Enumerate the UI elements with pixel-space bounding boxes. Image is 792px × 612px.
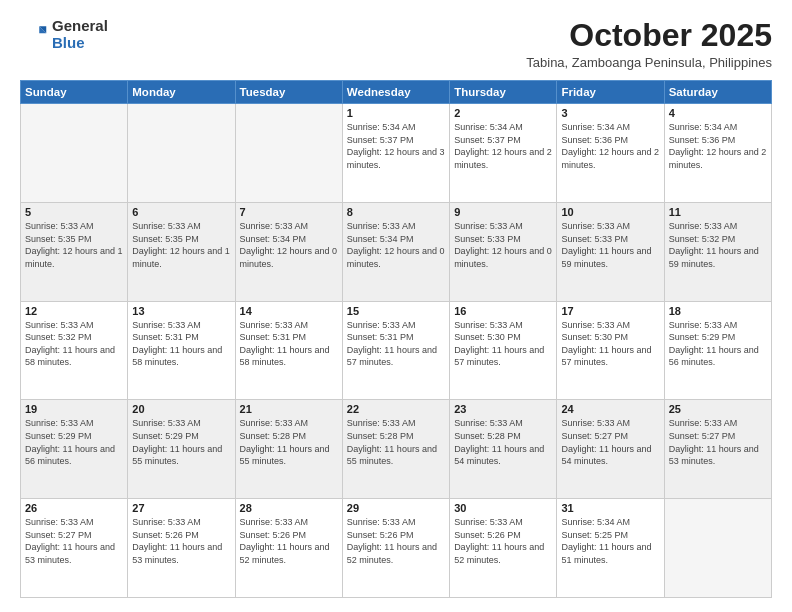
- calendar-cell: 31Sunrise: 5:34 AM Sunset: 5:25 PM Dayli…: [557, 499, 664, 598]
- day-number: 21: [240, 403, 338, 415]
- calendar-cell: 14Sunrise: 5:33 AM Sunset: 5:31 PM Dayli…: [235, 301, 342, 400]
- day-info: Sunrise: 5:33 AM Sunset: 5:29 PM Dayligh…: [669, 319, 767, 369]
- calendar-cell: 17Sunrise: 5:33 AM Sunset: 5:30 PM Dayli…: [557, 301, 664, 400]
- day-number: 20: [132, 403, 230, 415]
- day-number: 8: [347, 206, 445, 218]
- calendar-cell: 26Sunrise: 5:33 AM Sunset: 5:27 PM Dayli…: [21, 499, 128, 598]
- day-info: Sunrise: 5:33 AM Sunset: 5:26 PM Dayligh…: [454, 516, 552, 566]
- calendar-week-row: 26Sunrise: 5:33 AM Sunset: 5:27 PM Dayli…: [21, 499, 772, 598]
- calendar-cell: 2Sunrise: 5:34 AM Sunset: 5:37 PM Daylig…: [450, 104, 557, 203]
- day-number: 25: [669, 403, 767, 415]
- day-number: 29: [347, 502, 445, 514]
- day-info: Sunrise: 5:33 AM Sunset: 5:28 PM Dayligh…: [454, 417, 552, 467]
- day-info: Sunrise: 5:34 AM Sunset: 5:36 PM Dayligh…: [561, 121, 659, 171]
- calendar-header-row: SundayMondayTuesdayWednesdayThursdayFrid…: [21, 81, 772, 104]
- day-info: Sunrise: 5:33 AM Sunset: 5:34 PM Dayligh…: [347, 220, 445, 270]
- day-number: 3: [561, 107, 659, 119]
- day-number: 10: [561, 206, 659, 218]
- day-number: 31: [561, 502, 659, 514]
- day-number: 6: [132, 206, 230, 218]
- day-number: 13: [132, 305, 230, 317]
- day-number: 19: [25, 403, 123, 415]
- day-info: Sunrise: 5:34 AM Sunset: 5:37 PM Dayligh…: [454, 121, 552, 171]
- calendar-cell: 6Sunrise: 5:33 AM Sunset: 5:35 PM Daylig…: [128, 202, 235, 301]
- calendar-cell: 21Sunrise: 5:33 AM Sunset: 5:28 PM Dayli…: [235, 400, 342, 499]
- calendar-cell: 16Sunrise: 5:33 AM Sunset: 5:30 PM Dayli…: [450, 301, 557, 400]
- day-info: Sunrise: 5:33 AM Sunset: 5:35 PM Dayligh…: [25, 220, 123, 270]
- day-number: 7: [240, 206, 338, 218]
- day-number: 23: [454, 403, 552, 415]
- logo-icon: [20, 21, 48, 49]
- calendar-col-header: Monday: [128, 81, 235, 104]
- day-info: Sunrise: 5:33 AM Sunset: 5:30 PM Dayligh…: [454, 319, 552, 369]
- calendar-cell: 4Sunrise: 5:34 AM Sunset: 5:36 PM Daylig…: [664, 104, 771, 203]
- calendar-col-header: Friday: [557, 81, 664, 104]
- calendar-cell: 12Sunrise: 5:33 AM Sunset: 5:32 PM Dayli…: [21, 301, 128, 400]
- day-info: Sunrise: 5:33 AM Sunset: 5:27 PM Dayligh…: [669, 417, 767, 467]
- calendar-col-header: Wednesday: [342, 81, 449, 104]
- calendar-cell: 1Sunrise: 5:34 AM Sunset: 5:37 PM Daylig…: [342, 104, 449, 203]
- calendar-week-row: 5Sunrise: 5:33 AM Sunset: 5:35 PM Daylig…: [21, 202, 772, 301]
- day-number: 16: [454, 305, 552, 317]
- calendar-table: SundayMondayTuesdayWednesdayThursdayFrid…: [20, 80, 772, 598]
- calendar-week-row: 1Sunrise: 5:34 AM Sunset: 5:37 PM Daylig…: [21, 104, 772, 203]
- day-info: Sunrise: 5:34 AM Sunset: 5:37 PM Dayligh…: [347, 121, 445, 171]
- calendar-cell: [235, 104, 342, 203]
- day-info: Sunrise: 5:33 AM Sunset: 5:26 PM Dayligh…: [347, 516, 445, 566]
- calendar-cell: [664, 499, 771, 598]
- calendar-cell: 8Sunrise: 5:33 AM Sunset: 5:34 PM Daylig…: [342, 202, 449, 301]
- calendar-col-header: Thursday: [450, 81, 557, 104]
- calendar-cell: 23Sunrise: 5:33 AM Sunset: 5:28 PM Dayli…: [450, 400, 557, 499]
- day-info: Sunrise: 5:33 AM Sunset: 5:33 PM Dayligh…: [454, 220, 552, 270]
- day-info: Sunrise: 5:33 AM Sunset: 5:28 PM Dayligh…: [240, 417, 338, 467]
- day-info: Sunrise: 5:33 AM Sunset: 5:31 PM Dayligh…: [347, 319, 445, 369]
- calendar-cell: 7Sunrise: 5:33 AM Sunset: 5:34 PM Daylig…: [235, 202, 342, 301]
- calendar-cell: [21, 104, 128, 203]
- calendar-cell: 27Sunrise: 5:33 AM Sunset: 5:26 PM Dayli…: [128, 499, 235, 598]
- day-info: Sunrise: 5:33 AM Sunset: 5:33 PM Dayligh…: [561, 220, 659, 270]
- calendar-cell: [128, 104, 235, 203]
- day-number: 17: [561, 305, 659, 317]
- day-info: Sunrise: 5:33 AM Sunset: 5:29 PM Dayligh…: [25, 417, 123, 467]
- logo-general-text: General: [52, 18, 108, 35]
- page: General Blue October 2025 Tabina, Zamboa…: [0, 0, 792, 612]
- day-number: 24: [561, 403, 659, 415]
- day-number: 2: [454, 107, 552, 119]
- day-number: 11: [669, 206, 767, 218]
- day-info: Sunrise: 5:33 AM Sunset: 5:30 PM Dayligh…: [561, 319, 659, 369]
- day-number: 18: [669, 305, 767, 317]
- day-number: 4: [669, 107, 767, 119]
- day-number: 28: [240, 502, 338, 514]
- day-number: 12: [25, 305, 123, 317]
- day-number: 1: [347, 107, 445, 119]
- logo-blue-text: Blue: [52, 35, 108, 52]
- day-info: Sunrise: 5:33 AM Sunset: 5:34 PM Dayligh…: [240, 220, 338, 270]
- calendar-col-header: Sunday: [21, 81, 128, 104]
- day-info: Sunrise: 5:34 AM Sunset: 5:36 PM Dayligh…: [669, 121, 767, 171]
- calendar-cell: 24Sunrise: 5:33 AM Sunset: 5:27 PM Dayli…: [557, 400, 664, 499]
- day-info: Sunrise: 5:33 AM Sunset: 5:26 PM Dayligh…: [132, 516, 230, 566]
- calendar-col-header: Tuesday: [235, 81, 342, 104]
- day-number: 14: [240, 305, 338, 317]
- day-info: Sunrise: 5:33 AM Sunset: 5:27 PM Dayligh…: [561, 417, 659, 467]
- calendar-cell: 9Sunrise: 5:33 AM Sunset: 5:33 PM Daylig…: [450, 202, 557, 301]
- month-title: October 2025: [526, 18, 772, 53]
- calendar-col-header: Saturday: [664, 81, 771, 104]
- header: General Blue October 2025 Tabina, Zamboa…: [20, 18, 772, 70]
- calendar-week-row: 19Sunrise: 5:33 AM Sunset: 5:29 PM Dayli…: [21, 400, 772, 499]
- calendar-cell: 15Sunrise: 5:33 AM Sunset: 5:31 PM Dayli…: [342, 301, 449, 400]
- calendar-cell: 18Sunrise: 5:33 AM Sunset: 5:29 PM Dayli…: [664, 301, 771, 400]
- calendar-cell: 10Sunrise: 5:33 AM Sunset: 5:33 PM Dayli…: [557, 202, 664, 301]
- location-subtitle: Tabina, Zamboanga Peninsula, Philippines: [526, 55, 772, 70]
- logo-text: General Blue: [52, 18, 108, 51]
- day-info: Sunrise: 5:33 AM Sunset: 5:27 PM Dayligh…: [25, 516, 123, 566]
- day-number: 30: [454, 502, 552, 514]
- calendar-cell: 28Sunrise: 5:33 AM Sunset: 5:26 PM Dayli…: [235, 499, 342, 598]
- day-info: Sunrise: 5:33 AM Sunset: 5:26 PM Dayligh…: [240, 516, 338, 566]
- calendar-cell: 22Sunrise: 5:33 AM Sunset: 5:28 PM Dayli…: [342, 400, 449, 499]
- day-number: 22: [347, 403, 445, 415]
- day-info: Sunrise: 5:34 AM Sunset: 5:25 PM Dayligh…: [561, 516, 659, 566]
- calendar-cell: 13Sunrise: 5:33 AM Sunset: 5:31 PM Dayli…: [128, 301, 235, 400]
- day-info: Sunrise: 5:33 AM Sunset: 5:31 PM Dayligh…: [132, 319, 230, 369]
- calendar-week-row: 12Sunrise: 5:33 AM Sunset: 5:32 PM Dayli…: [21, 301, 772, 400]
